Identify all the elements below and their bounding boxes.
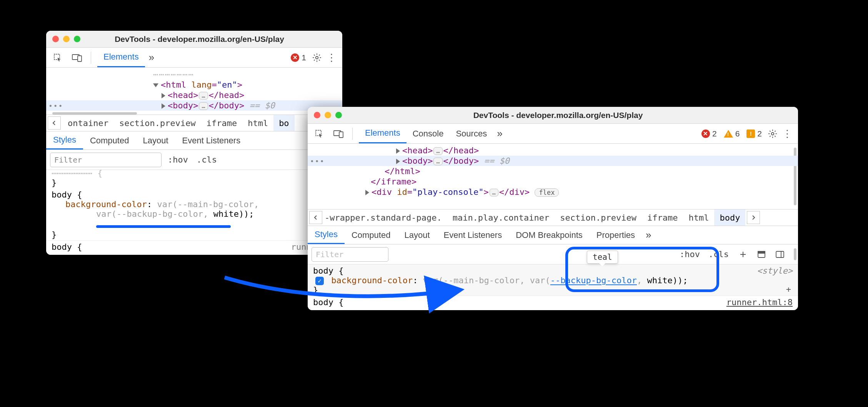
main-toolbar: Elements » ✕ 1 ⋮ — [46, 48, 342, 68]
subtab-layout[interactable]: Layout — [136, 131, 175, 150]
styles-subtab-bar: Styles Computed Layout Event Listeners — [46, 131, 342, 150]
toggle-sidebar-icon[interactable] — [773, 248, 786, 261]
crumb-html[interactable]: html — [683, 213, 714, 223]
crumb-section-preview[interactable]: section.preview — [555, 213, 642, 223]
rule-body-bg[interactable]: <st body { background-color: var(--main-… — [46, 188, 342, 241]
dom-body-selected[interactable]: ••• <body>…</body> == $0 — [308, 156, 798, 166]
vertical-scrollbar[interactable] — [794, 248, 796, 260]
settings-gear-icon[interactable] — [310, 51, 324, 65]
crumb-body[interactable]: body — [714, 209, 745, 226]
dom-tree[interactable]: ⋯⋯⋯⋯⋯⋯⋯ <html lang="en"> <head>…</head> … — [46, 68, 342, 115]
more-tabs-icon[interactable]: » — [145, 48, 158, 67]
css-var-backup[interactable]: --backup-bg-color — [117, 209, 203, 219]
kebab-menu-icon[interactable]: ⋮ — [325, 51, 338, 65]
subtab-computed[interactable]: Computed — [83, 131, 136, 150]
computed-panel-icon[interactable] — [755, 248, 768, 261]
css-prop-background-color[interactable]: background-color — [331, 276, 413, 285]
dom-head[interactable]: <head>…</head> — [308, 145, 798, 156]
tab-elements[interactable]: Elements — [97, 48, 145, 67]
device-toolbar-icon[interactable] — [70, 51, 84, 65]
maximize-window-button[interactable] — [74, 36, 80, 42]
new-style-rule-icon[interactable] — [736, 248, 750, 261]
rule-body-runner[interactable]: runner.html:8 body { — [308, 296, 798, 308]
style-rules-pane[interactable]: <style> body { ✓ background-color: var(-… — [308, 264, 798, 310]
rule-selector[interactable]: body — [52, 190, 72, 199]
styles-filter-bar: Filter :hov .cls — [46, 150, 342, 170]
close-window-button[interactable] — [52, 36, 59, 42]
hov-toggle[interactable]: :hov — [165, 155, 190, 164]
rule-source-link[interactable]: runner.html:8 — [726, 297, 793, 307]
crumb-container[interactable]: ontainer — [62, 118, 114, 128]
cls-toggle[interactable]: .cls — [194, 155, 219, 164]
tab-sources[interactable]: Sources — [450, 124, 493, 143]
subtab-computed[interactable]: Computed — [345, 226, 398, 244]
close-window-button[interactable] — [314, 112, 320, 118]
crumb-iframe[interactable]: iframe — [201, 118, 242, 128]
subtab-event-listeners[interactable]: Event Listeners — [175, 131, 248, 150]
inspect-icon[interactable] — [312, 127, 326, 141]
dom-iframe-close[interactable]: </iframe> — [308, 176, 798, 187]
error-icon: ✕ — [291, 53, 299, 62]
titlebar: DevTools - developer.mozilla.org/en-US/p… — [46, 31, 342, 48]
style-rules-pane[interactable]: ⋯⋯⋯⋯⋯⋯⋯⋯ { } <st body { background-color… — [46, 170, 342, 255]
rule-selector-2[interactable]: body { — [313, 297, 793, 307]
css-var-backup-link[interactable]: --backup-bg-color — [550, 276, 637, 285]
error-badge[interactable]: ✕ 2 — [698, 129, 720, 138]
crumb-section-preview[interactable]: section.preview — [114, 118, 201, 128]
subtab-layout[interactable]: Layout — [397, 226, 436, 244]
breadcrumb-bar: -wrapper.standard-page. main.play.contai… — [308, 209, 798, 226]
rule-body-bg[interactable]: <style> body { ✓ background-color: var(-… — [308, 264, 798, 296]
crumb-right-icon[interactable] — [747, 211, 760, 224]
rule-origin-style[interactable]: <style> — [757, 266, 793, 276]
horizontal-scrollbar[interactable] — [52, 112, 137, 115]
dom-head[interactable]: <head>…</head> — [46, 90, 342, 100]
issues-badge[interactable]: ! 2 — [743, 129, 765, 138]
minimize-window-button[interactable] — [325, 112, 331, 118]
gutter-dots-icon: ••• — [48, 102, 63, 110]
device-toolbar-icon[interactable] — [332, 127, 345, 141]
crumb-body[interactable]: bo — [273, 115, 295, 131]
dom-tree[interactable]: <head>…</head> ••• <body>…</body> == $0 … — [308, 144, 798, 209]
dom-html-open[interactable]: <html lang="en"> — [46, 80, 342, 90]
crumb-left-icon[interactable] — [48, 116, 61, 130]
subtab-event-listeners[interactable]: Event Listeners — [437, 226, 509, 244]
crumb-iframe[interactable]: iframe — [642, 213, 683, 223]
css-prop-background-color[interactable]: background-color — [65, 199, 147, 209]
css-var-main[interactable]: --main-bg-color — [443, 276, 520, 285]
rule-body-runner[interactable]: runner.ht body { — [46, 241, 342, 253]
settings-gear-icon[interactable] — [766, 127, 780, 141]
subtab-styles[interactable]: Styles — [308, 226, 345, 244]
rule-selector[interactable]: body — [313, 266, 333, 276]
styles-filter-input[interactable]: Filter — [312, 247, 388, 262]
crumb-html[interactable]: html — [242, 118, 273, 128]
crumb-wrapper[interactable]: -wrapper.standard-page. — [324, 213, 447, 223]
styles-subtab-bar: Styles Computed Layout Event Listeners D… — [308, 226, 798, 244]
flex-badge[interactable]: flex — [535, 188, 559, 197]
minimize-window-button[interactable] — [63, 36, 70, 42]
cls-toggle[interactable]: .cls — [706, 249, 731, 259]
styles-filter-input[interactable]: Filter — [50, 153, 162, 167]
subtab-dom-breakpoints[interactable]: DOM Breakpoints — [509, 226, 590, 244]
kebab-menu-icon[interactable]: ⋮ — [780, 127, 794, 141]
more-subtabs-icon[interactable]: » — [642, 226, 655, 244]
inspect-icon[interactable] — [51, 51, 65, 65]
error-badge[interactable]: ✕ 1 — [288, 53, 309, 62]
dom-html-close[interactable]: </html> — [308, 166, 798, 176]
warning-badge[interactable]: 6 — [721, 129, 743, 138]
tab-console[interactable]: Console — [407, 124, 450, 143]
dom-body-selected[interactable]: ••• <body>…</body> == $0 — [46, 100, 342, 111]
filter-placeholder: Filter — [316, 250, 343, 259]
subtab-properties[interactable]: Properties — [590, 226, 642, 244]
hov-toggle[interactable]: :hov — [677, 249, 702, 259]
crumb-main-play-container[interactable]: main.play.container — [447, 213, 555, 223]
more-tabs-icon[interactable]: » — [493, 124, 506, 143]
subtab-styles[interactable]: Styles — [46, 131, 83, 150]
traffic-lights — [52, 36, 80, 42]
tab-elements[interactable]: Elements — [359, 124, 407, 143]
dom-play-console-div[interactable]: <div id="play-console">…</div> flex — [308, 187, 798, 197]
crumb-left-icon[interactable] — [309, 211, 322, 224]
declaration-checkbox[interactable]: ✓ — [315, 277, 324, 285]
add-declaration-icon[interactable]: + — [786, 284, 791, 294]
maximize-window-button[interactable] — [335, 112, 342, 118]
css-var-main[interactable]: --main-bg-color — [177, 199, 254, 209]
